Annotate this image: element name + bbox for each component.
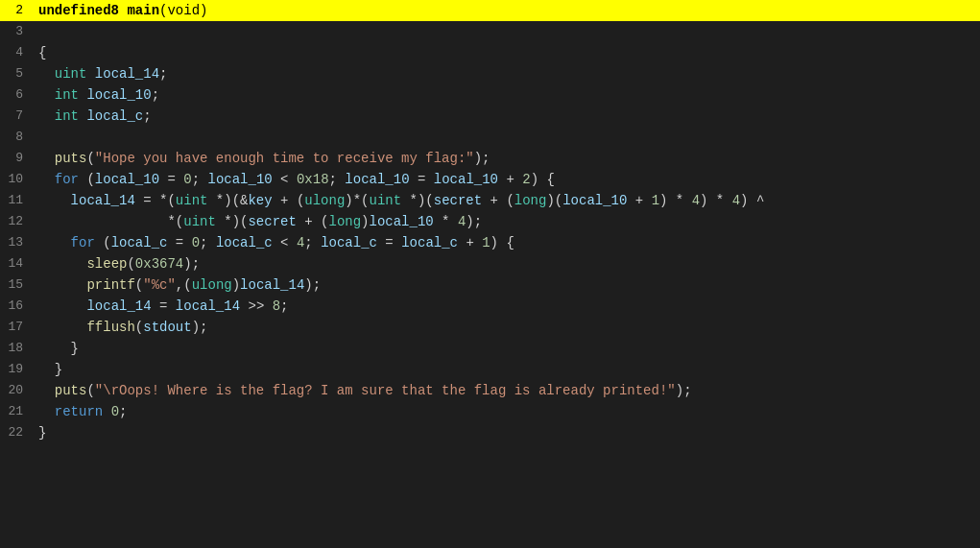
line-number-4: 4 (0, 42, 31, 63)
line-content-18: } (31, 338, 980, 359)
code-line-8: 8 (0, 127, 980, 148)
token-str-20: "\rOops! Where is the flag? I am sure th… (95, 383, 676, 398)
line-number-12: 12 (0, 211, 31, 232)
code-line-22: 22 } (0, 422, 980, 443)
line-number-11: 11 (0, 190, 31, 211)
line-content-10: for (local_10 = 0; local_10 < 0x18; loca… (31, 169, 980, 190)
code-line-11: 11 local_14 = *(uint *)(&key + (ulong)*(… (0, 190, 980, 211)
token-puts-20: puts (55, 383, 87, 398)
token-localc: local_c (86, 108, 143, 124)
line-content-7: int local_c; (31, 106, 980, 127)
token-local10-a: local_10 (95, 172, 159, 187)
token-0-10: 0 (183, 172, 191, 187)
line-number-19: 19 (0, 359, 31, 380)
token-local14-15: local_14 (240, 277, 304, 293)
token-ulong-15: ulong (192, 277, 232, 293)
token-puts-9: puts (55, 151, 87, 166)
code-line-5: 5 uint local_14; (0, 63, 980, 84)
line-content-11: local_14 = *(uint *)(&key + (ulong)*(uin… (31, 190, 980, 211)
line-number-20: 20 (0, 380, 31, 401)
token-undefined8: undefined8 (38, 3, 119, 18)
token-for-13: for (71, 235, 95, 250)
token-local10-11: local_10 (562, 193, 627, 208)
line-number-3: 3 (0, 21, 31, 42)
line-content-14: sleep(0x3674); (31, 253, 980, 274)
line-content-19: } (31, 359, 980, 380)
token-secret-11a: secret (434, 193, 482, 208)
line-content-16: local_14 = local_14 >> 8; (31, 296, 980, 317)
line-content-5: uint local_14; (31, 63, 980, 84)
line-content-20: puts("\rOops! Where is the flag? I am su… (31, 380, 980, 401)
token-str-15: "%c" (143, 277, 176, 293)
code-line-9: 9 puts("Hope you have enough time to rec… (0, 148, 980, 169)
line-content-2: undefined8 main(void) (31, 0, 980, 21)
token-0-21: 0 (111, 404, 119, 419)
line-content-17: fflush(stdout); (31, 317, 980, 338)
token-local14-16a: local_14 (86, 298, 151, 314)
token-localc-13c: local_c (321, 235, 377, 250)
code-line-14: 14 sleep(0x3674); (0, 253, 980, 274)
token-local14: local_14 (95, 66, 159, 82)
code-line-18: 18 } (0, 338, 980, 359)
token-fflush: fflush (86, 320, 134, 335)
token-localc-13a: local_c (111, 235, 168, 250)
token-local14-16b: local_14 (176, 298, 240, 314)
token-long-11a: long (514, 193, 547, 208)
token-key: key (248, 193, 272, 208)
line-number-9: 9 (0, 148, 31, 169)
line-number-6: 6 (0, 84, 31, 106)
token-local10-c: local_10 (345, 172, 409, 187)
token-return: return (55, 404, 103, 419)
line-number-8: 8 (0, 127, 31, 148)
line-content-12: *(uint *)(secret + (long)local_10 * 4); (31, 211, 980, 232)
line-number-10: 10 (0, 169, 31, 190)
token-8: 8 (273, 298, 280, 314)
line-number-13: 13 (0, 232, 31, 253)
token-int-7: int (55, 108, 79, 124)
token-local14-11: local_14 (71, 193, 135, 208)
line-number-14: 14 (0, 253, 31, 274)
token-void: void (167, 3, 200, 18)
code-container: 2 undefined8 main(void) 3 4 { 5 uint loc… (0, 0, 980, 548)
line-number-22: 22 (0, 422, 31, 443)
code-line-19: 19 } (0, 359, 980, 380)
token-main: main (127, 3, 159, 18)
code-line-12: 12 *(uint *)(secret + (long)local_10 * 4… (0, 211, 980, 232)
token-4-11a: 4 (692, 193, 700, 208)
code-line-3: 3 (0, 21, 980, 42)
token-localc-13b: local_c (216, 235, 273, 250)
token-printf: printf (86, 277, 134, 293)
code-line-17: 17 fflush(stdout); (0, 317, 980, 338)
token-uint-11b: uint (370, 193, 402, 208)
line-content-4: { (31, 42, 980, 63)
token-ulong-11a: ulong (304, 193, 345, 208)
code-line-6: 6 int local_10; (0, 84, 980, 106)
line-number-18: 18 (0, 338, 31, 359)
token-4-11b: 4 (732, 193, 740, 208)
token-secret-12: secret (248, 214, 296, 229)
token-uint-5: uint (55, 66, 87, 82)
token-1-11: 1 (652, 193, 659, 208)
token-local10-d: local_10 (434, 172, 498, 187)
code-line-13: 13 for (local_c = 0; local_c < 4; local_… (0, 232, 980, 253)
token-long-12: long (328, 214, 361, 229)
code-line-20: 20 puts("\rOops! Where is the flag? I am… (0, 380, 980, 401)
token-0x3674: 0x3674 (135, 256, 183, 272)
line-content-21: return 0; (31, 401, 980, 422)
code-line-10: 10 for (local_10 = 0; local_10 < 0x18; l… (0, 169, 980, 190)
token-local10-12: local_10 (370, 214, 434, 229)
token-2-10: 2 (522, 172, 530, 187)
line-content-22: } (31, 422, 980, 443)
line-content-15: printf("%c",(ulong)local_14); (31, 274, 980, 296)
code-line-4: 4 { (0, 42, 980, 63)
token-localc-13d: local_c (401, 235, 458, 250)
token-sleep: sleep (86, 256, 127, 272)
line-content-6: int local_10; (31, 84, 980, 106)
token-for-10: for (55, 172, 79, 187)
token-uint-11a: uint (176, 193, 208, 208)
token-local10-b: local_10 (208, 172, 273, 187)
token-0x18: 0x18 (297, 172, 329, 187)
line-number-21: 21 (0, 401, 31, 422)
line-number-7: 7 (0, 106, 31, 127)
code-line-2: 2 undefined8 main(void) (0, 0, 980, 21)
